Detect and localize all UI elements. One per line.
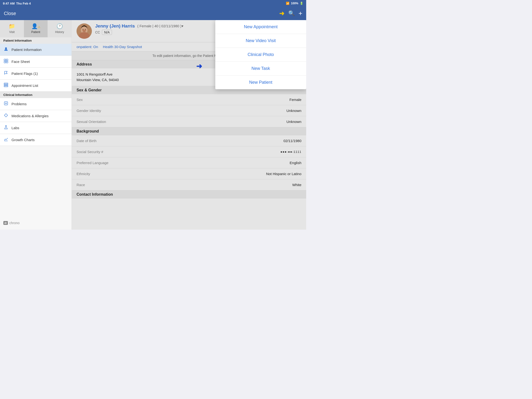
new-video-visit-item[interactable]: New Video Visit [215, 34, 306, 48]
new-patient-item[interactable]: New Patient [215, 76, 306, 89]
diamond-icon [3, 113, 9, 119]
new-task-item[interactable]: New Task [215, 62, 306, 76]
appointment-list-label: Appointment List [12, 83, 38, 88]
svg-rect-7 [4, 86, 8, 87]
wifi-icon: 📶 [286, 2, 289, 5]
warning-badge: ⚠ [38, 25, 40, 29]
plus-circle-icon [3, 101, 9, 107]
person-icon [3, 47, 9, 52]
beaker-icon [3, 125, 9, 131]
growth-charts-label: Growth Charts [12, 138, 35, 142]
status-bar: 9:47 AM Thu Feb 4 📶 100% 🔋 [0, 0, 306, 7]
svg-point-0 [5, 47, 7, 49]
patient-information-label: Patient Information [12, 48, 42, 52]
new-appointment-item[interactable]: New Appointment [215, 20, 306, 34]
list-icon [3, 83, 9, 88]
patient-icon: 👤⚠ [31, 23, 40, 29]
status-right: 📶 100% 🔋 [286, 2, 303, 5]
battery-percent: 100% [291, 2, 298, 5]
dr-text: dr [3, 221, 8, 225]
time-display: 9:47 AM [3, 2, 15, 5]
drchrono-logo: dr chrono [0, 216, 71, 230]
date-display: Thu Feb 4 [16, 2, 31, 5]
status-left: 9:47 AM Thu Feb 4 [3, 2, 31, 5]
svg-rect-4 [6, 61, 8, 63]
section-title-clinical-info: Clinical Information [0, 92, 71, 98]
problems-label: Problems [12, 102, 26, 106]
tab-visit-label: Visit [9, 30, 15, 34]
clinical-photo-item[interactable]: Clinical Photo [215, 48, 306, 62]
sidebar-item-problems[interactable]: Problems [0, 98, 71, 110]
chrono-text: chrono [9, 221, 20, 225]
sidebar-item-patient-information[interactable]: Patient Information [0, 44, 71, 56]
svg-rect-6 [4, 84, 8, 85]
section-title-patient-info: Patient Information [0, 37, 71, 44]
tab-history[interactable]: 🕐 History [48, 20, 71, 37]
svg-rect-1 [4, 59, 6, 61]
patient-flags-label: Patient Flags (1) [12, 71, 38, 76]
sidebar-item-labs[interactable]: Labs [0, 122, 71, 134]
svg-rect-5 [4, 83, 8, 84]
svg-rect-2 [6, 59, 8, 61]
search-icon[interactable]: 🔍 [288, 10, 295, 17]
tab-patient[interactable]: 👤⚠ Patient [24, 20, 48, 37]
sidebar-item-medications[interactable]: Medications & Allergies [0, 110, 71, 122]
face-sheet-label: Face Sheet [12, 60, 30, 64]
close-button[interactable]: Close [4, 11, 16, 16]
add-button[interactable]: + [298, 10, 302, 17]
grid-icon [3, 59, 9, 64]
tab-visit[interactable]: 📁 Visit [0, 20, 24, 37]
battery-icon: 🔋 [300, 2, 303, 5]
labs-label: Labs [12, 126, 19, 130]
dropdown-menu: New Appointment New Video Visit Clinical… [215, 20, 306, 89]
header-actions: ➜ 🔍 + [279, 10, 302, 17]
blue-arrow-container: ➜ [196, 62, 202, 70]
sidebar-item-face-sheet[interactable]: Face Sheet [0, 56, 71, 68]
sidebar-item-patient-flags[interactable]: Patient Flags (1) [0, 68, 71, 80]
blue-arrow-icon: ➜ [196, 62, 202, 70]
yellow-arrow-icon: ➜ [279, 10, 285, 17]
sidebar: 📁 Visit 👤⚠ Patient 🕐 History Patient Inf… [0, 20, 72, 230]
chart-icon [3, 137, 9, 143]
sidebar-tabs: 📁 Visit 👤⚠ Patient 🕐 History [0, 20, 71, 37]
tab-patient-label: Patient [31, 30, 40, 34]
medications-label: Medications & Allergies [12, 114, 49, 118]
flag-icon [3, 71, 9, 76]
visit-icon: 📁 [9, 23, 15, 29]
main-layout: 📁 Visit 👤⚠ Patient 🕐 History Patient Inf… [0, 20, 306, 230]
sidebar-item-appointment-list[interactable]: Appointment List [0, 80, 71, 92]
main-content: Jenny (Jen) Harris ( Female | 40 | 02/11… [72, 20, 306, 230]
tab-history-label: History [55, 30, 64, 34]
sidebar-item-growth-charts[interactable]: Growth Charts [0, 134, 71, 146]
svg-rect-3 [4, 61, 6, 63]
header-bar: Close ➜ 🔍 + [0, 7, 306, 20]
history-icon: 🕐 [57, 23, 63, 29]
